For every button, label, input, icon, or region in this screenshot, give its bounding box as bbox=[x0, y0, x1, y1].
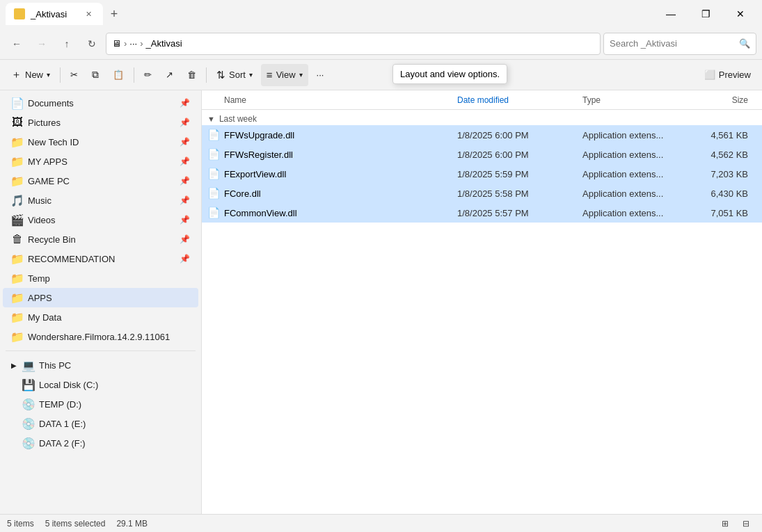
sidebar-label-game-pc: GAME PC bbox=[28, 176, 175, 186]
toolbar-sep-3 bbox=[206, 67, 207, 83]
sidebar-icon-game-pc: 📁 bbox=[11, 175, 24, 187]
table-row[interactable]: 📄 FCore.dll 1/8/2025 5:58 PM Application… bbox=[202, 184, 762, 203]
file-name-file3: FExportView.dll bbox=[224, 169, 457, 179]
search-icon[interactable]: 🔍 bbox=[739, 38, 750, 49]
minimize-button[interactable]: — bbox=[655, 3, 687, 25]
file-date-file3: 1/8/2025 5:59 PM bbox=[457, 169, 582, 179]
share-icon: ↗ bbox=[166, 70, 173, 80]
detail-view-button[interactable]: ⊟ bbox=[737, 516, 755, 531]
expand-icon-this-pc: ▶ bbox=[11, 362, 17, 369]
sidebar-item-music[interactable]: 🎵 Music 📌 bbox=[3, 191, 198, 210]
sidebar-label-new-tech-id: New Tech ID bbox=[28, 137, 175, 147]
sidebar-item-this-pc[interactable]: ▶ 💻 This PC bbox=[3, 355, 198, 375]
sidebar-label-my-apps: MY APPS bbox=[28, 156, 175, 167]
pin-icon-new-tech-id: 📌 bbox=[180, 137, 190, 147]
sidebar-item-recycle-bin[interactable]: 🗑 Recycle Bin 📌 bbox=[3, 229, 198, 249]
breadcrumb-current: _Aktivasi bbox=[146, 38, 182, 49]
delete-button[interactable]: 🗑 bbox=[182, 64, 202, 86]
sidebar-item-my-data[interactable]: 📁 My Data bbox=[3, 307, 198, 327]
paste-icon: 📋 bbox=[113, 70, 124, 80]
sidebar-icon-temp: 📁 bbox=[11, 272, 24, 284]
sidebar-item-local-c[interactable]: 💾 Local Disk (C:) bbox=[3, 375, 198, 394]
sidebar-icon-my-data: 📁 bbox=[11, 311, 24, 323]
col-date-header[interactable]: Date modified bbox=[457, 95, 582, 105]
forward-button[interactable]: → bbox=[31, 33, 53, 55]
file-list-header: Name Date modified Type Size bbox=[202, 90, 762, 110]
pin-icon-pictures: 📌 bbox=[180, 118, 190, 127]
sidebar-item-temp[interactable]: 📁 Temp bbox=[3, 268, 198, 288]
sidebar-icon-apps: 📁 bbox=[11, 291, 24, 304]
sidebar-item-wondershare[interactable]: 📁 Wondershare.Filmora.14.2.9.11061 bbox=[3, 327, 198, 346]
view-icon: ≡ bbox=[267, 69, 273, 81]
cut-button[interactable]: ✂ bbox=[65, 64, 84, 86]
search-bar[interactable]: 🔍 bbox=[603, 33, 756, 55]
breadcrumb-more[interactable]: ··· bbox=[129, 38, 137, 49]
up-button[interactable]: ↑ bbox=[56, 33, 78, 55]
toolbar-sep-2 bbox=[134, 67, 134, 83]
sidebar-label-data2-f: DATA 2 (F:) bbox=[39, 438, 86, 449]
table-row[interactable]: 📄 FFWsRegister.dll 1/8/2025 6:00 PM Appl… bbox=[202, 145, 762, 164]
preview-button[interactable]: ⬜ Preview bbox=[699, 64, 756, 86]
table-row[interactable]: 📄 FFWsUpgrade.dll 1/8/2025 6:00 PM Appli… bbox=[202, 125, 762, 145]
cut-icon: ✂ bbox=[70, 70, 78, 80]
file-name-file5: FCommonView.dll bbox=[224, 208, 457, 218]
sidebar-item-new-tech-id[interactable]: 📁 New Tech ID 📌 bbox=[3, 132, 198, 152]
pin-icon-music: 📌 bbox=[180, 195, 190, 205]
new-button[interactable]: ＋ New ▾ bbox=[6, 64, 56, 86]
col-size-header[interactable]: Size bbox=[694, 95, 756, 105]
sidebar-item-game-pc[interactable]: 📁 GAME PC 📌 bbox=[3, 171, 198, 191]
pin-icon-recycle-bin: 📌 bbox=[180, 234, 190, 244]
sidebar-item-videos[interactable]: 🎬 Videos 📌 bbox=[3, 210, 198, 229]
new-tab-button[interactable]: + bbox=[103, 3, 125, 25]
sidebar-icon-pictures: 🖼 bbox=[11, 116, 24, 129]
tab-close-button[interactable]: ✕ bbox=[82, 8, 95, 20]
status-bar: 5 items 5 items selected 29.1 MB ⊞ ⊟ bbox=[0, 514, 762, 532]
file-type-file2: Application extens... bbox=[582, 150, 694, 160]
view-button[interactable]: ≡ View ▾ bbox=[261, 64, 308, 86]
table-row[interactable]: 📄 FExportView.dll 1/8/2025 5:59 PM Appli… bbox=[202, 164, 762, 184]
more-options-button[interactable]: ··· bbox=[311, 64, 330, 86]
sidebar-item-documents[interactable]: 📄 Documents 📌 bbox=[3, 93, 198, 113]
sidebar-item-data1-e[interactable]: 💿 DATA 1 (E:) bbox=[3, 414, 198, 433]
sidebar-item-my-apps[interactable]: 📁 MY APPS 📌 bbox=[3, 152, 198, 171]
paste-button[interactable]: 📋 bbox=[107, 64, 129, 86]
file-date-file1: 1/8/2025 6:00 PM bbox=[457, 130, 582, 140]
sidebar-label-pictures: Pictures bbox=[28, 118, 175, 128]
col-name-header[interactable]: Name bbox=[207, 95, 457, 105]
file-icon-file3: 📄 bbox=[207, 168, 220, 180]
sidebar-label-recycle-bin: Recycle Bin bbox=[28, 234, 175, 245]
list-view-button[interactable]: ⊞ bbox=[716, 516, 734, 531]
file-icon-file2: 📄 bbox=[207, 148, 220, 161]
file-size-file1: 4,561 KB bbox=[694, 130, 756, 140]
table-row[interactable]: 📄 FCommonView.dll 1/8/2025 5:57 PM Appli… bbox=[202, 203, 762, 223]
col-type-header[interactable]: Type bbox=[582, 95, 694, 105]
rename-button[interactable]: ✏ bbox=[138, 64, 157, 86]
sort-button[interactable]: ⇅ Sort ▾ bbox=[211, 64, 258, 86]
search-input[interactable] bbox=[610, 38, 735, 49]
sidebar-label-apps: APPS bbox=[28, 293, 190, 303]
copy-button[interactable]: ⧉ bbox=[86, 64, 104, 86]
new-chevron-icon: ▾ bbox=[47, 71, 50, 79]
restore-button[interactable]: ❐ bbox=[690, 3, 722, 25]
sidebar-label-temp: Temp bbox=[28, 273, 190, 284]
tab-label: _Aktivasi bbox=[31, 9, 67, 19]
close-button[interactable]: ✕ bbox=[724, 3, 756, 25]
sidebar-item-data2-f[interactable]: 💿 DATA 2 (F:) bbox=[3, 433, 198, 453]
breadcrumb[interactable]: 🖥 › ··· › _Aktivasi bbox=[106, 33, 601, 55]
sidebar-item-temp-d[interactable]: 💿 TEMP (D:) bbox=[3, 394, 198, 414]
back-button[interactable]: ← bbox=[6, 33, 28, 55]
sidebar-item-apps[interactable]: 📁 APPS bbox=[3, 288, 198, 307]
sidebar-item-recommendation[interactable]: 📁 RECOMMENDATION 📌 bbox=[3, 249, 198, 268]
pin-icon-videos: 📌 bbox=[180, 215, 190, 225]
sidebar-label-recommendation: RECOMMENDATION bbox=[28, 254, 175, 264]
sidebar-item-pictures[interactable]: 🖼 Pictures 📌 bbox=[3, 113, 198, 132]
group-collapse-icon[interactable]: ▼ bbox=[207, 115, 215, 123]
file-pane: Name Date modified Type Size ▼ Last week… bbox=[202, 90, 762, 514]
refresh-button[interactable]: ↻ bbox=[81, 33, 103, 55]
share-button[interactable]: ↗ bbox=[160, 64, 179, 86]
sidebar-label-this-pc: This PC bbox=[39, 360, 71, 371]
sort-chevron-icon: ▾ bbox=[249, 71, 253, 79]
file-rows: 📄 FFWsUpgrade.dll 1/8/2025 6:00 PM Appli… bbox=[202, 125, 762, 223]
active-tab[interactable]: _Aktivasi ✕ bbox=[6, 3, 103, 25]
group-header-last-week: ▼ Last week bbox=[202, 110, 762, 125]
